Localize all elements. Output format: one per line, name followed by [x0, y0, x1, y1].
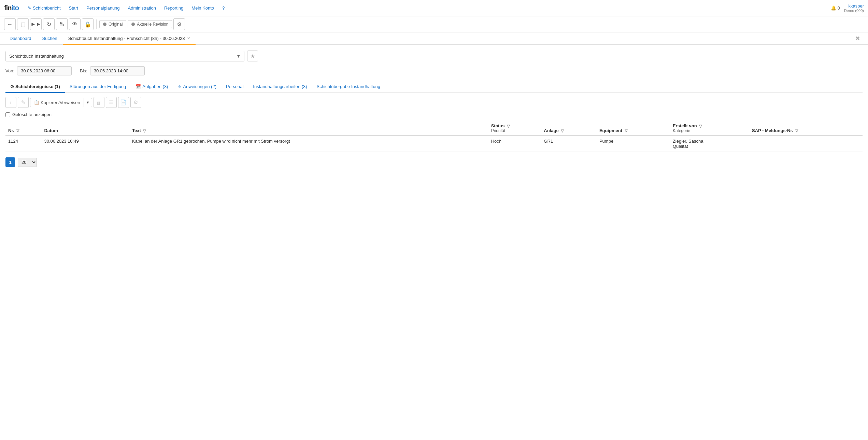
sub-tab-5[interactable]: Instandhaltungsarbeiten (3): [248, 81, 312, 93]
sub-tab-6[interactable]: Schichtübergabe Instandhaltung: [312, 81, 385, 93]
per-page-select[interactable]: 20 50 100: [18, 158, 37, 167]
kopieren-verweisen-button[interactable]: 📋 Kopieren/Verweisen: [30, 98, 84, 107]
kopieren-verweisen-arrow[interactable]: ▼: [84, 99, 92, 106]
cell-text: Kabel an der Anlage GR1 gebrochen, Pumpe…: [129, 136, 488, 152]
bell-icon: 🔔: [831, 5, 836, 11]
filter-sap-icon[interactable]: ▽: [795, 129, 798, 133]
sub-tab-0[interactable]: ⊙Schichtereignisse (1): [5, 81, 65, 93]
add-button[interactable]: +: [5, 97, 16, 108]
geloeschte-label[interactable]: Gelöschte anzeigen: [12, 112, 52, 117]
print-button[interactable]: 🖶: [56, 18, 68, 30]
table-row: 112430.06.2023 10:49Kabel an der Anlage …: [5, 136, 863, 152]
sub-tab-label-1: Störungen aus der Fertigung: [70, 84, 126, 89]
col-nr: Nr. ▽: [5, 121, 41, 136]
filter-text-icon[interactable]: ▽: [143, 129, 146, 133]
nav-mein-konto[interactable]: Mein Konto: [188, 3, 217, 13]
sub-tab-label-4: Personal: [226, 84, 243, 89]
refresh-button[interactable]: ↻: [43, 18, 55, 30]
tools-button[interactable]: ⚙: [130, 97, 141, 108]
new-button[interactable]: ◫: [17, 18, 29, 30]
sub-tab-icon-3: ⚠: [177, 84, 182, 89]
nav-help[interactable]: ?: [219, 3, 228, 13]
sub-tab-4[interactable]: Personal: [221, 81, 248, 93]
nav-administration[interactable]: Administration: [125, 3, 159, 13]
notification-area[interactable]: 🔔 0: [831, 5, 840, 11]
tab-close-icon[interactable]: ✕: [187, 36, 190, 41]
filter-nr-icon[interactable]: ▽: [16, 129, 19, 133]
action-bar: + ✎ 📋 Kopieren/Verweisen ▼ 🗑 ☰ 📄 ⚙: [5, 97, 863, 108]
col-equipment: Equipment ▽: [597, 121, 670, 136]
settings-button[interactable]: ⚙: [173, 18, 185, 30]
filter-equipment-icon[interactable]: ▽: [625, 129, 627, 133]
geloeschte-checkbox-row: Gelöschte anzeigen: [5, 112, 863, 117]
col-datum: Datum: [41, 121, 129, 136]
sub-tab-3[interactable]: ⚠Anweisungen (2): [173, 81, 221, 93]
bis-label: Bis:: [80, 68, 87, 73]
sub-tab-label-5: Instandhaltungsarbeiten (3): [253, 84, 307, 89]
nav-personalplanung[interactable]: Personalplanung: [83, 3, 123, 13]
filter-anlage-icon[interactable]: ▽: [561, 129, 564, 133]
col-text: Text ▽: [129, 121, 488, 136]
copy-icon: 📋: [34, 100, 39, 105]
sub-tab-icon-2: 📅: [136, 84, 141, 89]
lock-button[interactable]: 🔒: [82, 18, 94, 30]
sub-tab-label-6: Schichtübergabe Instandhaltung: [317, 84, 380, 89]
tab-schichtbuch[interactable]: Schichtbuch Instandhaltung - Frühschicht…: [63, 32, 196, 45]
schichtbuch-dropdown[interactable]: Schichtbuch Instandhaltung ▼: [5, 51, 244, 61]
geloeschte-checkbox[interactable]: [5, 112, 10, 117]
original-button[interactable]: Original: [99, 20, 126, 28]
bis-field: Bis: 30.06.2023 14:00: [80, 66, 145, 75]
back-button[interactable]: ←: [4, 18, 16, 30]
nav-schichtbericht[interactable]: ✎ Schichtbericht: [24, 3, 64, 13]
cell-erstellt: Ziegler, SaschaQualität: [670, 136, 749, 152]
user-menu[interactable]: kkasper Demo (000): [844, 3, 864, 13]
tab-schichtbuch-label: Schichtbuch Instandhaltung - Frühschicht…: [68, 36, 185, 41]
kopieren-verweisen-label: Kopieren/Verweisen: [41, 100, 80, 105]
tab-dashboard[interactable]: Dashboard: [4, 32, 37, 45]
filter-erstellt-icon[interactable]: ▽: [699, 124, 702, 128]
schichtbuch-value: Schichtbuch Instandhaltung: [9, 54, 64, 59]
nav-reporting[interactable]: Reporting: [161, 3, 187, 13]
forward-button[interactable]: ►►: [30, 18, 42, 30]
revision-dot: [131, 23, 135, 26]
main-content: Schichtbuch Instandhaltung ▼ ★ Von: 30.0…: [0, 45, 868, 172]
original-dot: [103, 23, 106, 26]
cell-anlage: GR1: [541, 136, 597, 152]
cell-status: Hoch: [488, 136, 541, 152]
chevron-down-icon: ▼: [236, 54, 241, 59]
original-label: Original: [109, 22, 123, 27]
sub-tab-bar: ⊙Schichtereignisse (1)Störungen aus der …: [5, 81, 863, 93]
pagination: 1 20 50 100: [5, 157, 863, 167]
favorite-button[interactable]: ★: [247, 51, 258, 61]
cell-datum: 30.06.2023 10:49: [41, 136, 129, 152]
von-field: Von: 30.06.2023 06:00: [5, 66, 72, 75]
list-button[interactable]: ☰: [106, 97, 117, 108]
cell-nr[interactable]: 1124: [5, 136, 41, 152]
col-status: Status ▽ Priorität: [488, 121, 541, 136]
current-page[interactable]: 1: [5, 157, 15, 167]
tab-bar: Dashboard Suchen Schichtbuch Instandhalt…: [0, 32, 868, 45]
sub-tab-1[interactable]: Störungen aus der Fertigung: [65, 81, 131, 93]
revision-button[interactable]: Aktuelle Revision: [128, 20, 172, 28]
nav-right-area: 🔔 0 kkasper Demo (000): [831, 3, 864, 13]
col-erstellt: Erstellt von ▽ Kategorie: [670, 121, 749, 136]
view-button[interactable]: 👁: [69, 18, 81, 30]
schichtbuch-select-row: Schichtbuch Instandhaltung ▼ ★: [5, 51, 863, 61]
cell-equipment: Pumpe: [597, 136, 670, 152]
cell-sap: [749, 136, 863, 152]
top-navigation: finito ✎ Schichtbericht Start Personalpl…: [0, 0, 868, 16]
toolbar: ← ◫ ►► ↻ 🖶 👁 🔒 Original Aktuelle Revisio…: [0, 16, 868, 32]
kopieren-verweisen-group: 📋 Kopieren/Verweisen ▼: [30, 98, 92, 107]
von-input[interactable]: 30.06.2023 06:00: [17, 66, 72, 75]
sub-tab-2[interactable]: 📅Aufgaben (3): [131, 81, 173, 93]
bis-input[interactable]: 30.06.2023 14:00: [90, 66, 145, 75]
edit-button[interactable]: ✎: [18, 97, 29, 108]
logo: finito: [4, 4, 19, 12]
sub-tab-label-2: Aufgaben (3): [142, 84, 168, 89]
close-all-tabs[interactable]: ✖: [851, 32, 864, 44]
filter-status-icon[interactable]: ▽: [507, 124, 510, 128]
doc-button[interactable]: 📄: [118, 97, 129, 108]
delete-button[interactable]: 🗑: [94, 97, 104, 108]
nav-start[interactable]: Start: [66, 3, 82, 13]
tab-suchen[interactable]: Suchen: [37, 32, 63, 45]
